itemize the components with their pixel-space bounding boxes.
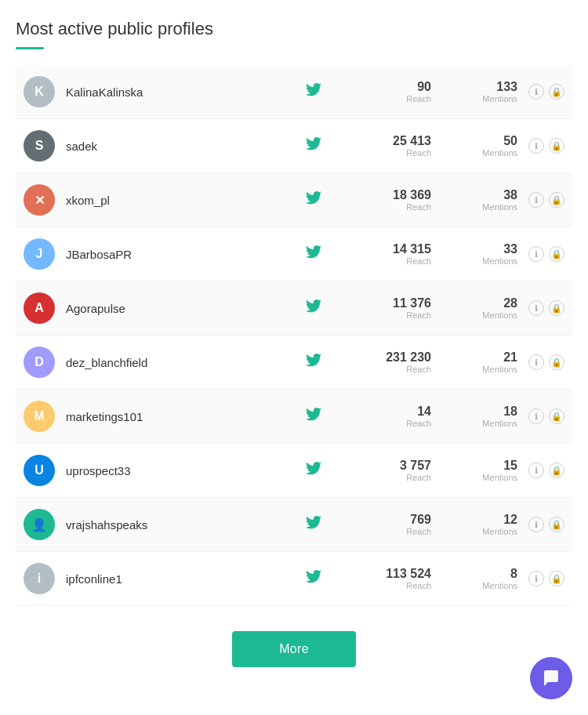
info-icon[interactable]: ℹ	[528, 300, 544, 316]
reach-stat: 231 230 Reach	[368, 350, 431, 374]
twitter-icon	[306, 191, 321, 209]
reach-label: Reach	[368, 527, 431, 536]
twitter-icon	[306, 462, 321, 480]
table-row: D dez_blanchfield 231 230 Reach 21 Menti…	[16, 336, 572, 390]
reach-stat: 90 Reach	[368, 80, 431, 103]
mentions-stat: 28 Mentions	[455, 296, 517, 320]
twitter-icon	[306, 570, 321, 588]
reach-value: 14	[368, 405, 431, 419]
title-underline	[16, 47, 44, 49]
more-button[interactable]: More	[232, 631, 356, 667]
mentions-value: 133	[455, 80, 517, 94]
mentions-stat: 15 Mentions	[455, 459, 517, 482]
twitter-icon	[306, 408, 321, 426]
avatar: ✕	[24, 184, 55, 216]
mentions-label: Mentions	[455, 94, 517, 103]
lock-icon[interactable]: 🔒	[549, 138, 564, 154]
avatar: S	[24, 130, 55, 162]
action-icons: ℹ 🔒	[528, 354, 564, 370]
avatar: K	[24, 76, 55, 107]
twitter-icon	[306, 354, 321, 372]
info-icon[interactable]: ℹ	[528, 354, 544, 370]
profile-name: Agorapulse	[66, 302, 306, 315]
lock-icon[interactable]: 🔒	[549, 192, 564, 208]
lock-icon[interactable]: 🔒	[549, 571, 564, 586]
info-icon[interactable]: ℹ	[528, 571, 544, 586]
reach-label: Reach	[368, 94, 431, 103]
lock-icon[interactable]: 🔒	[549, 408, 564, 424]
profile-name: ipfconline1	[66, 572, 306, 586]
mentions-label: Mentions	[455, 419, 517, 428]
main-container: Most active public profiles K KalinaKali…	[0, 0, 588, 699]
info-icon[interactable]: ℹ	[528, 463, 544, 478]
reach-value: 3 757	[368, 459, 431, 473]
reach-stat: 25 413 Reach	[368, 134, 431, 158]
mentions-label: Mentions	[455, 256, 517, 266]
stats-group: 3 757 Reach 15 Mentions	[368, 459, 517, 482]
stats-group: 113 524 Reach 8 Mentions	[368, 567, 517, 590]
action-icons: ℹ 🔒	[528, 138, 564, 154]
twitter-icon	[306, 299, 321, 318]
mentions-stat: 38 Mentions	[455, 188, 517, 212]
reach-stat: 18 369 Reach	[368, 188, 431, 212]
reach-value: 231 230	[368, 350, 431, 365]
mentions-value: 8	[455, 567, 517, 581]
stats-group: 769 Reach 12 Mentions	[368, 513, 517, 536]
avatar: A	[24, 292, 55, 324]
avatar: D	[24, 347, 55, 378]
reach-value: 113 524	[368, 567, 431, 581]
lock-icon[interactable]: 🔒	[549, 517, 564, 532]
reach-value: 25 413	[368, 134, 431, 148]
reach-value: 90	[368, 80, 431, 94]
info-icon[interactable]: ℹ	[528, 192, 544, 208]
mentions-value: 28	[455, 296, 517, 310]
mentions-label: Mentions	[455, 473, 517, 482]
mentions-stat: 33 Mentions	[455, 242, 517, 266]
lock-icon[interactable]: 🔒	[549, 300, 564, 316]
lock-icon[interactable]: 🔒	[549, 354, 564, 370]
action-icons: ℹ 🔒	[528, 408, 564, 424]
stats-group: 14 315 Reach 33 Mentions	[368, 242, 517, 266]
reach-stat: 3 757 Reach	[368, 459, 431, 482]
reach-label: Reach	[368, 310, 431, 320]
table-row: M marketings101 14 Reach 18 Mentions ℹ 🔒	[16, 390, 572, 444]
info-icon[interactable]: ℹ	[528, 84, 544, 100]
table-row: J JBarbosaPR 14 315 Reach 33 Mentions ℹ …	[16, 227, 572, 281]
table-row: K KalinaKalinska 90 Reach 133 Mentions ℹ…	[16, 65, 572, 119]
info-icon[interactable]: ℹ	[528, 138, 544, 154]
stats-group: 90 Reach 133 Mentions	[368, 80, 517, 103]
mentions-stat: 8 Mentions	[455, 567, 517, 590]
reach-stat: 769 Reach	[368, 513, 431, 536]
mentions-label: Mentions	[455, 148, 517, 158]
lock-icon[interactable]: 🔒	[549, 246, 564, 262]
mentions-label: Mentions	[455, 365, 517, 374]
reach-label: Reach	[368, 202, 431, 212]
section-title: Most active public profiles	[16, 19, 572, 39]
profile-name: vrajshahspeaks	[66, 518, 306, 532]
avatar: J	[24, 238, 55, 270]
stats-group: 14 Reach 18 Mentions	[368, 405, 517, 428]
avatar: U	[24, 455, 55, 486]
reach-stat: 113 524 Reach	[368, 567, 431, 590]
mentions-value: 15	[455, 459, 517, 473]
reach-stat: 14 315 Reach	[368, 242, 431, 266]
mentions-label: Mentions	[455, 527, 517, 536]
info-icon[interactable]: ℹ	[528, 408, 544, 424]
profile-name: sadek	[66, 140, 306, 153]
profiles-list: K KalinaKalinska 90 Reach 133 Mentions ℹ…	[16, 65, 572, 606]
mentions-label: Mentions	[455, 581, 517, 590]
profile-name: KalinaKalinska	[66, 85, 306, 99]
avatar: 👤	[24, 509, 55, 540]
action-icons: ℹ 🔒	[528, 463, 564, 478]
action-icons: ℹ 🔒	[528, 84, 564, 100]
twitter-icon	[306, 83, 321, 101]
mentions-stat: 133 Mentions	[455, 80, 517, 103]
chat-bubble-button[interactable]	[530, 657, 572, 699]
action-icons: ℹ 🔒	[528, 246, 564, 262]
info-icon[interactable]: ℹ	[528, 246, 544, 262]
lock-icon[interactable]: 🔒	[549, 463, 564, 478]
lock-icon[interactable]: 🔒	[549, 84, 564, 100]
reach-value: 14 315	[368, 242, 431, 256]
avatar: i	[24, 563, 55, 594]
info-icon[interactable]: ℹ	[528, 517, 544, 532]
